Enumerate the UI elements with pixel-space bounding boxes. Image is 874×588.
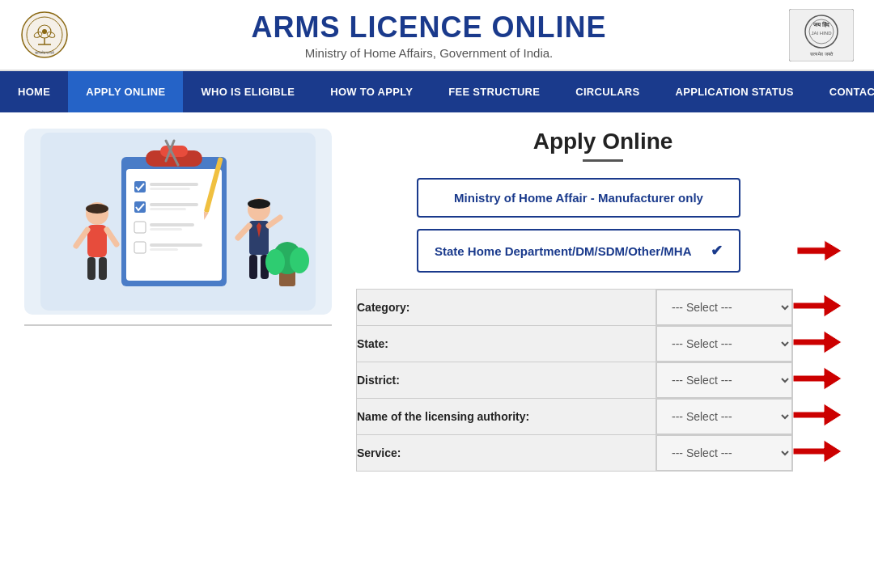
arrow-annotation-authority: [793, 399, 842, 431]
manufacturer-option-btn[interactable]: Ministry of Home Affair - Manufacturer o…: [417, 178, 740, 218]
state-dept-label: State Home Department/DM/SDM/Other/MHA: [435, 244, 692, 258]
page-title: Apply Online: [356, 129, 850, 154]
nav-app-status[interactable]: APPLICATION STATUS: [658, 71, 812, 112]
svg-marker-59: [793, 404, 842, 426]
svg-marker-55: [797, 240, 842, 260]
svg-rect-28: [150, 228, 182, 231]
form-table: Category: --- Select ---: [356, 289, 850, 472]
service-select[interactable]: --- Select ---: [656, 435, 792, 471]
category-cell: --- Select ---: [656, 290, 793, 326]
illustration-box: [24, 129, 332, 315]
nav-who-eligible[interactable]: WHO IS ELIGIBLE: [183, 71, 312, 112]
authority-select[interactable]: --- Select ---: [656, 399, 792, 434]
svg-text:सत्यमेव जयते: सत्यमेव जयते: [34, 50, 54, 55]
district-row: District: --- Select ---: [357, 362, 850, 399]
nav-apply-online[interactable]: APPLY ONLINE: [68, 71, 183, 112]
svg-rect-25: [150, 208, 186, 210]
nav-circulars[interactable]: CIRCULARS: [558, 71, 657, 112]
left-emblem: सत्यमेव जयते: [16, 6, 73, 63]
svg-point-50: [290, 247, 309, 273]
state-row: State: --- Select ---: [357, 326, 850, 362]
header-center: ARMS LICENCE ONLINE Ministry of Home Aff…: [73, 11, 785, 60]
right-logo: जय हिंद JAI HIND सत्य मेव जयते: [785, 6, 858, 63]
nav-home[interactable]: HOME: [0, 71, 68, 112]
nav-how-apply[interactable]: HOW TO APPLY: [312, 71, 431, 112]
title-underline: [583, 159, 623, 162]
district-select[interactable]: --- Select ---: [656, 362, 792, 398]
svg-text:सत्य मेव जयते: सत्य मेव जयते: [809, 51, 834, 57]
svg-point-38: [86, 204, 108, 214]
service-row: Service: --- Select ---: [357, 435, 850, 472]
nav-contact[interactable]: CONTACT US: [812, 71, 874, 112]
district-label: District:: [357, 362, 656, 399]
state-select[interactable]: --- Select ---: [656, 326, 792, 362]
svg-rect-33: [87, 225, 107, 257]
svg-marker-56: [793, 294, 842, 317]
site-title: ARMS LICENCE ONLINE: [73, 11, 785, 44]
authority-cell: --- Select ---: [656, 399, 793, 435]
svg-point-3: [42, 29, 47, 34]
header: सत्यमेव जयते ARMS LICENCE ONLINE Ministr…: [0, 0, 874, 71]
nav-fee[interactable]: FEE STRUCTURE: [431, 71, 558, 112]
svg-marker-60: [793, 440, 842, 463]
arrow-annotation-category: [793, 290, 842, 322]
illustration-area: [24, 129, 332, 472]
authority-label: Name of the licensing authority:: [357, 399, 656, 435]
svg-rect-31: [150, 248, 178, 251]
option-buttons: Ministry of Home Affair - Manufacturer o…: [356, 178, 850, 273]
navbar: HOME APPLY ONLINE WHO IS ELIGIBLE HOW TO…: [0, 71, 874, 112]
svg-marker-57: [793, 331, 842, 353]
state-label: State:: [357, 326, 656, 362]
svg-rect-36: [87, 257, 95, 280]
category-label: Category:: [357, 290, 656, 326]
arrow-annotation-district: [793, 362, 842, 395]
state-dept-option-wrapper: State Home Department/DM/SDM/Other/MHA ✔: [417, 229, 789, 273]
district-cell: --- Select ---: [656, 362, 793, 399]
svg-text:जय हिंद: जय हिंद: [812, 21, 829, 27]
manufacturer-option-wrapper: Ministry of Home Affair - Manufacturer o…: [417, 178, 789, 218]
service-cell: --- Select ---: [656, 435, 793, 472]
svg-point-46: [248, 199, 270, 209]
svg-rect-21: [150, 183, 198, 186]
svg-rect-44: [249, 255, 257, 279]
site-subtitle: Ministry of Home Affairs, Government of …: [73, 46, 785, 60]
right-content: Apply Online Ministry of Home Affair - M…: [356, 129, 850, 472]
arrow-annotation-service: [793, 435, 842, 467]
category-row: Category: --- Select ---: [357, 290, 850, 326]
svg-rect-22: [150, 188, 190, 190]
service-label: Service:: [357, 435, 656, 472]
arrow-annotation-state-select: [793, 326, 842, 358]
authority-row: Name of the licensing authority: --- Sel…: [357, 399, 850, 435]
arrow-annotation-state: [797, 237, 842, 265]
svg-rect-26: [134, 222, 146, 233]
form-area: Category: --- Select ---: [356, 289, 850, 472]
svg-rect-24: [150, 203, 198, 206]
svg-rect-27: [150, 223, 194, 226]
state-cell: --- Select ---: [656, 326, 793, 362]
category-select[interactable]: --- Select ---: [656, 290, 792, 325]
main-content: Apply Online Ministry of Home Affair - M…: [0, 112, 874, 488]
svg-text:JAI HIND: JAI HIND: [811, 31, 832, 36]
checkmark-icon: ✔: [711, 242, 723, 260]
state-dept-option-btn[interactable]: State Home Department/DM/SDM/Other/MHA ✔: [417, 229, 740, 273]
svg-marker-58: [793, 367, 842, 390]
svg-rect-30: [150, 243, 202, 247]
svg-rect-37: [99, 257, 107, 280]
svg-point-49: [265, 249, 285, 275]
svg-rect-29: [134, 242, 146, 253]
